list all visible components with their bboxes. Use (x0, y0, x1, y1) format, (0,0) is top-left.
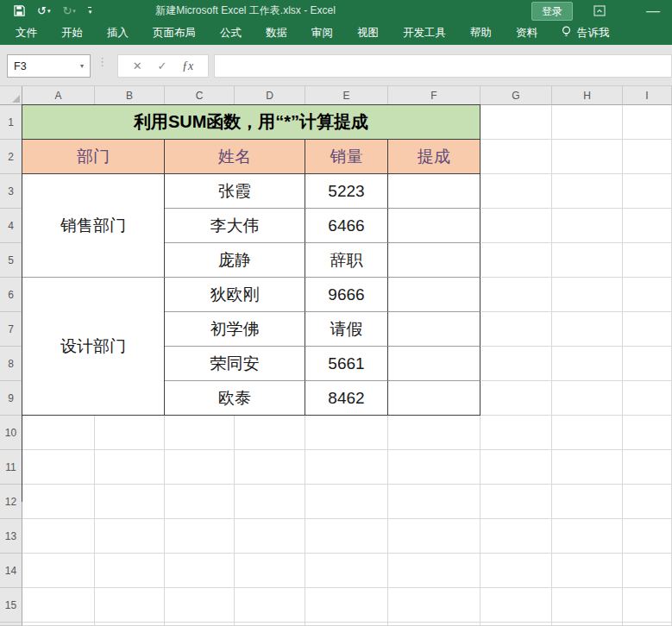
grid-cell[interactable] (388, 554, 480, 588)
grid-cell[interactable] (623, 588, 672, 623)
row-header-8[interactable]: 8 (0, 347, 22, 381)
grid-cell[interactable] (623, 623, 672, 626)
sales-cell[interactable]: 5223 (305, 174, 388, 209)
column-header-C[interactable]: C (165, 86, 235, 105)
menu-tab-view[interactable]: 视图 (357, 26, 379, 41)
commission-cell[interactable] (388, 312, 480, 347)
grid-cell[interactable] (22, 623, 95, 626)
commission-cell[interactable] (388, 381, 480, 416)
grid-cell[interactable] (480, 278, 552, 312)
column-header-E[interactable]: E (305, 86, 388, 105)
grid-cell[interactable] (22, 416, 95, 450)
grid-cell[interactable] (22, 588, 95, 623)
menu-tab-data[interactable]: 数据 (266, 26, 287, 41)
grid-cell[interactable] (480, 140, 552, 174)
grid-cell[interactable] (623, 209, 672, 243)
table-title-cell[interactable]: 利用SUM函数，用“*”计算提成 (22, 105, 480, 140)
grid-cell[interactable] (552, 623, 623, 626)
grid-cell[interactable] (165, 450, 235, 485)
grid-cell[interactable] (480, 105, 552, 140)
menu-tab-developer[interactable]: 开发工具 (403, 26, 446, 41)
grid-cell[interactable] (552, 485, 623, 519)
grid-cell[interactable] (480, 312, 552, 347)
menu-tab-home[interactable]: 开始 (61, 26, 83, 41)
grid-cell[interactable] (22, 485, 95, 519)
grid-cell[interactable] (480, 623, 552, 626)
row-header-6[interactable]: 6 (0, 278, 22, 312)
grid-cell[interactable] (22, 554, 95, 588)
commission-cell[interactable] (388, 243, 480, 278)
grid-cell[interactable] (95, 519, 165, 554)
sales-cell[interactable]: 5661 (305, 347, 388, 381)
menu-tab-resources[interactable]: 资料 (516, 26, 537, 41)
grid-cell[interactable] (623, 312, 672, 347)
grid-cell[interactable] (552, 243, 623, 278)
tell-me-box[interactable]: 告诉我 (562, 26, 610, 41)
row-header-12[interactable]: 12 (0, 485, 22, 519)
grid-cell[interactable] (480, 554, 552, 588)
grid-cell[interactable] (165, 623, 235, 626)
grid-cell[interactable] (480, 450, 552, 485)
sign-in-button[interactable]: 登录 (531, 2, 573, 21)
grid-cell[interactable] (95, 485, 165, 519)
insert-function-icon[interactable]: ƒx (182, 59, 193, 73)
department-cell[interactable]: 设计部门 (22, 278, 165, 416)
row-header-13[interactable]: 13 (0, 519, 22, 554)
column-header-G[interactable]: G (480, 86, 552, 105)
grid-cell[interactable] (388, 485, 480, 519)
grid-cell[interactable] (165, 519, 235, 554)
grid-cell[interactable] (552, 105, 623, 140)
grid-cell[interactable] (623, 278, 672, 312)
grid-cell[interactable] (305, 554, 388, 588)
grid-cell[interactable] (552, 381, 623, 416)
row-header-15[interactable]: 15 (0, 588, 22, 623)
header-cell-name[interactable]: 姓名 (165, 140, 305, 174)
grid-cell[interactable] (623, 105, 672, 140)
grid-cell[interactable] (623, 519, 672, 554)
commission-cell[interactable] (388, 209, 480, 243)
row-header-4[interactable]: 4 (0, 209, 22, 243)
grid-cell[interactable] (305, 416, 388, 450)
grid-cell[interactable] (235, 416, 305, 450)
grid-cell[interactable] (305, 588, 388, 623)
grid-cell[interactable] (95, 623, 165, 626)
commission-cell[interactable] (388, 347, 480, 381)
grid-cell[interactable] (305, 485, 388, 519)
grid-cell[interactable] (235, 519, 305, 554)
name-box-dropdown-icon[interactable]: ▾ (80, 62, 90, 70)
menu-tab-review[interactable]: 审阅 (311, 26, 333, 41)
grid-cell[interactable] (623, 416, 672, 450)
grid-cell[interactable] (305, 450, 388, 485)
row-header-10[interactable]: 10 (0, 416, 22, 450)
header-cell-department[interactable]: 部门 (22, 140, 165, 174)
sales-cell[interactable]: 请假 (305, 312, 388, 347)
grid-cell[interactable] (95, 450, 165, 485)
grid-cell[interactable] (305, 519, 388, 554)
grid-cell[interactable] (480, 347, 552, 381)
row-header-2[interactable]: 2 (0, 140, 22, 174)
grid-cell[interactable] (95, 588, 165, 623)
row-header-5[interactable]: 5 (0, 243, 22, 278)
grid-cell[interactable] (22, 450, 95, 485)
formula-input[interactable] (214, 54, 672, 78)
column-header-B[interactable]: B (95, 86, 165, 105)
grid-cell[interactable] (165, 588, 235, 623)
column-header-D[interactable]: D (235, 86, 305, 105)
menu-tab-file[interactable]: 文件 (16, 26, 37, 41)
grid-cell[interactable] (552, 450, 623, 485)
grid-cell[interactable] (235, 623, 305, 626)
grid-cell[interactable] (235, 588, 305, 623)
name-cell[interactable]: 狄欧刚 (165, 278, 305, 312)
grid-cell[interactable] (95, 416, 165, 450)
grid-cell[interactable] (235, 485, 305, 519)
select-all-corner[interactable] (0, 86, 22, 105)
grid-cell[interactable] (95, 554, 165, 588)
grid-cell[interactable] (388, 623, 480, 626)
column-header-F[interactable]: F (388, 86, 480, 105)
row-header-11[interactable]: 11 (0, 450, 22, 485)
grid-cell[interactable] (388, 416, 480, 450)
name-box[interactable]: F3 ▾ (7, 54, 91, 78)
grid-cell[interactable] (388, 519, 480, 554)
commission-cell[interactable] (388, 174, 480, 209)
grid-cell[interactable] (480, 519, 552, 554)
